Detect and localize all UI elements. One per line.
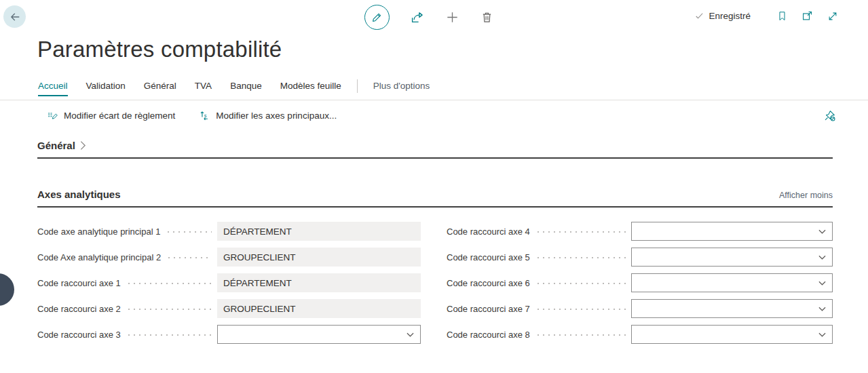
field-label: Code raccourci axe 6 — [447, 278, 530, 288]
chevron-down-icon[interactable] — [818, 228, 827, 235]
tab-banque[interactable]: Banque — [230, 81, 262, 96]
field-label: Code raccourci axe 1 — [37, 278, 121, 288]
field-value-dropdown[interactable] — [631, 222, 833, 241]
field-label: Code Axe analytique principal 2 — [37, 252, 161, 262]
field-code-raccourci-axe-4: Code raccourci axe 4 — [447, 222, 833, 241]
action-label: Modifier écart de règlement — [64, 111, 175, 121]
tab-accueil[interactable]: Accueil — [38, 81, 68, 96]
unpin-icon[interactable] — [823, 109, 837, 123]
field-code-raccourci-axe-5: Code raccourci axe 5 — [447, 248, 833, 267]
dotted-leader — [535, 325, 626, 344]
trash-icon — [480, 10, 494, 24]
edit-button[interactable] — [364, 5, 390, 30]
tab-modeles-feuille[interactable]: Modèles feuille — [280, 81, 341, 96]
modify-dimensions-action[interactable]: s Modifier les axes principaux... — [198, 109, 337, 122]
field-value-readonly: DÉPARTEMENT — [217, 273, 421, 292]
share-button[interactable] — [409, 9, 425, 25]
field-value-readonly: GROUPECLIENT — [217, 248, 421, 267]
general-fasttab-title: Général — [37, 140, 75, 151]
page-controls: Enregistré — [694, 9, 839, 22]
dotted-leader — [126, 325, 212, 344]
tab-general[interactable]: Général — [144, 81, 176, 96]
field-value-dropdown[interactable] — [631, 299, 833, 318]
record-toolbar — [364, 5, 494, 30]
dotted-leader — [126, 299, 212, 318]
chevron-down-icon[interactable] — [406, 331, 415, 338]
back-button[interactable] — [3, 5, 26, 28]
plus-icon — [445, 9, 460, 25]
dimensions-fields: Code axe analytique principal 1 DÉPARTEM… — [37, 222, 833, 344]
field-code-raccourci-axe-8: Code raccourci axe 8 — [447, 325, 833, 344]
action-bar: Modifier écart de règlement s Modifier l… — [0, 100, 868, 130]
tabs-divider — [357, 79, 358, 93]
dimensions-section-title: Axes analytiques — [37, 189, 121, 200]
delete-button[interactable] — [480, 10, 494, 24]
dimensions-section-header: Axes analytiques Afficher moins — [37, 189, 833, 208]
field-label: Code raccourci axe 3 — [37, 330, 121, 340]
dotted-leader — [166, 222, 212, 241]
field-value-dropdown[interactable] — [631, 325, 833, 344]
field-value-readonly: GROUPECLIENT — [217, 299, 421, 318]
field-code-raccourci-axe-3: Code raccourci axe 3 — [37, 325, 421, 344]
field-code-raccourci-axe-2: Code raccourci axe 2 GROUPECLIENT — [37, 299, 421, 318]
field-label: Code raccourci axe 7 — [447, 304, 530, 314]
field-label: Code raccourci axe 5 — [447, 252, 530, 262]
dotted-leader — [535, 273, 626, 292]
chevron-down-icon[interactable] — [818, 305, 827, 313]
show-less-button[interactable]: Afficher moins — [779, 191, 833, 200]
more-options-button[interactable]: Plus d'options — [373, 81, 430, 96]
chevron-right-icon — [80, 140, 86, 151]
new-button[interactable] — [445, 9, 460, 25]
share-icon — [409, 9, 425, 25]
field-label: Code raccourci axe 4 — [447, 227, 530, 237]
dotted-leader — [166, 248, 212, 267]
field-value-dropdown[interactable] — [217, 325, 421, 344]
saved-label: Enregistré — [709, 11, 751, 21]
field-code-raccourci-axe-7: Code raccourci axe 7 — [447, 299, 833, 318]
command-header: Enregistré — [0, 0, 868, 31]
page-title: Paramètres comptabilité — [37, 35, 868, 64]
tab-validation[interactable]: Validation — [86, 81, 126, 96]
save-status: Enregistré — [694, 11, 751, 21]
dotted-leader — [535, 248, 626, 267]
chevron-down-icon[interactable] — [818, 254, 827, 261]
field-label: Code raccourci axe 2 — [37, 304, 121, 314]
pencil-icon — [371, 11, 383, 24]
open-in-window-icon[interactable] — [801, 9, 814, 22]
chevron-down-icon[interactable] — [818, 279, 827, 287]
field-code-axe-analytique-principal-1: Code axe analytique principal 1 DÉPARTEM… — [37, 222, 421, 241]
bookmark-icon[interactable] — [776, 9, 788, 22]
field-value-readonly: DÉPARTEMENT — [217, 222, 421, 241]
dimensions-icon: s — [198, 109, 211, 122]
back-arrow-icon — [8, 10, 22, 24]
page-content: Général Axes analytiques Afficher moins … — [37, 140, 833, 344]
side-peek-bubble[interactable] — [0, 273, 14, 306]
dotted-leader — [535, 222, 626, 241]
chevron-down-icon[interactable] — [818, 331, 827, 338]
field-code-raccourci-axe-1: Code raccourci axe 1 DÉPARTEMENT — [37, 273, 421, 292]
field-code-axe-analytique-principal-2: Code Axe analytique principal 2 GROUPECL… — [37, 248, 421, 267]
dotted-leader — [535, 299, 626, 318]
field-value-dropdown[interactable] — [631, 248, 833, 267]
edit-amounts-icon — [46, 109, 59, 122]
action-label: Modifier les axes principaux... — [216, 111, 337, 121]
tab-tva[interactable]: TVA — [195, 81, 212, 96]
ribbon-tabs: Accueil Validation Général TVA Banque Mo… — [0, 77, 868, 100]
modify-rounding-action[interactable]: Modifier écart de règlement — [46, 109, 175, 122]
expand-icon[interactable] — [827, 10, 839, 22]
field-label: Code axe analytique principal 1 — [37, 227, 160, 237]
field-code-raccourci-axe-6: Code raccourci axe 6 — [447, 273, 833, 292]
dotted-leader — [126, 273, 212, 292]
field-label: Code raccourci axe 8 — [447, 330, 530, 340]
field-value-dropdown[interactable] — [631, 273, 833, 292]
general-fasttab-header[interactable]: Général — [37, 140, 833, 159]
check-icon — [694, 11, 704, 21]
